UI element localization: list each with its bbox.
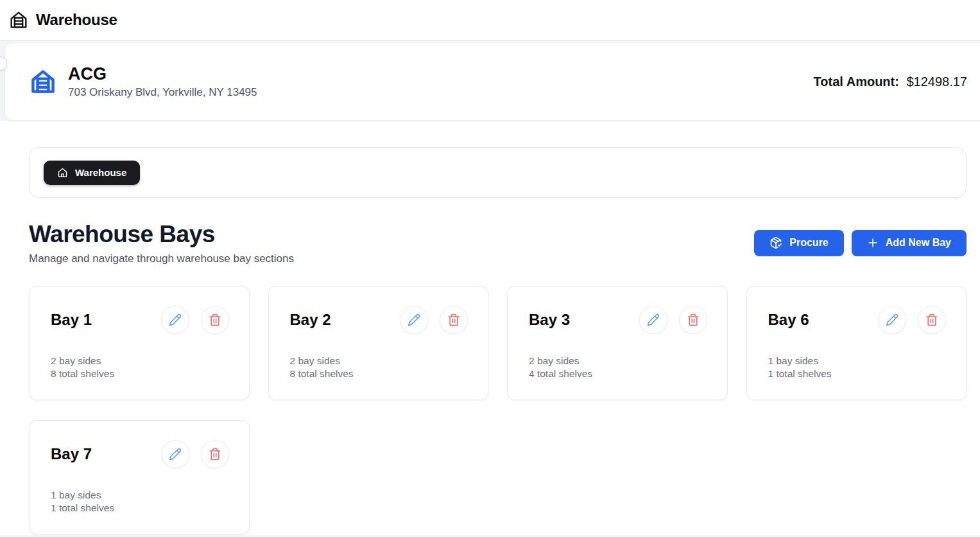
- edit-bay-button[interactable]: [878, 306, 906, 334]
- pencil-icon: [886, 313, 898, 326]
- bay-stats: 1 bay sides 1 total shelves: [51, 489, 229, 515]
- procure-button[interactable]: Procure: [754, 230, 843, 256]
- bay-stats: 2 bay sides 4 total shelves: [529, 355, 707, 380]
- delete-bay-button[interactable]: [440, 306, 468, 334]
- pencil-icon: [169, 448, 182, 461]
- tab-warehouse-label: Warehouse: [75, 167, 126, 178]
- bay-card[interactable]: Bay 2: [268, 286, 489, 400]
- delete-bay-button[interactable]: [679, 306, 707, 334]
- bay-card[interactable]: Bay 3: [507, 286, 728, 400]
- total-amount-label: Total Amount:: [814, 75, 899, 89]
- edit-bay-button[interactable]: [161, 306, 189, 334]
- bay-stats: 1 bay sides 1 total shelves: [768, 355, 947, 380]
- facility-header: ACG 703 Oriskany Blvd, Yorkville, NY 134…: [0, 40, 980, 121]
- bay-title: Bay 6: [768, 311, 809, 329]
- bay-card[interactable]: Bay 1: [29, 286, 250, 400]
- bay-stats: 2 bay sides 8 total shelves: [290, 355, 469, 380]
- section-nav: Warehouse: [29, 147, 967, 198]
- trash-icon: [209, 448, 221, 461]
- bay-card[interactable]: Bay 7: [29, 420, 250, 534]
- bay-shelves-text: 8 total shelves: [290, 367, 469, 380]
- section-header: Warehouse Bays Manage and navigate throu…: [29, 221, 967, 265]
- pencil-icon: [169, 313, 182, 326]
- page-subtitle: Manage and navigate through warehouse ba…: [29, 252, 294, 265]
- package-check-icon: [769, 236, 782, 249]
- bay-grid: Bay 1: [29, 286, 967, 534]
- bay-sides-text: 2 bay sides: [51, 355, 229, 367]
- bay-shelves-text: 8 total shelves: [51, 367, 229, 380]
- facility-warehouse-icon: [29, 67, 57, 96]
- trash-icon: [925, 313, 938, 326]
- facility-card: ACG 703 Oriskany Blvd, Yorkville, NY 134…: [5, 43, 980, 121]
- trash-icon: [687, 313, 700, 326]
- edit-bay-button[interactable]: [639, 306, 667, 334]
- plus-icon: [867, 237, 879, 249]
- facility-address: 703 Oriskany Blvd, Yorkville, NY 13495: [68, 86, 257, 99]
- bay-sides-text: 1 bay sides: [768, 355, 947, 367]
- home-icon: [57, 167, 68, 178]
- bay-stats: 2 bay sides 8 total shelves: [51, 355, 229, 380]
- main-content: Warehouse Warehouse Bays Manage and navi…: [0, 121, 980, 535]
- add-new-bay-button-label: Add New Bay: [886, 237, 951, 249]
- bay-sides-text: 2 bay sides: [529, 355, 707, 367]
- trash-icon: [447, 313, 460, 326]
- page-title: Warehouse Bays: [29, 221, 294, 249]
- bay-title: Bay 1: [51, 311, 92, 329]
- edit-bay-button[interactable]: [400, 306, 428, 334]
- topbar: Warehouse: [0, 0, 980, 40]
- bay-sides-text: 1 bay sides: [51, 489, 229, 502]
- pencil-icon: [408, 313, 420, 326]
- bay-title: Bay 7: [51, 445, 92, 463]
- app-title: Warehouse: [36, 11, 117, 29]
- delete-bay-button[interactable]: [201, 306, 229, 334]
- total-amount-value: $12498.17: [906, 75, 967, 89]
- delete-bay-button[interactable]: [201, 440, 229, 468]
- bay-title: Bay 2: [290, 311, 331, 329]
- bay-title: Bay 3: [529, 311, 570, 329]
- bay-shelves-text: 1 total shelves: [768, 367, 947, 380]
- bay-shelves-text: 4 total shelves: [529, 367, 707, 380]
- bay-shelves-text: 1 total shelves: [51, 502, 229, 515]
- delete-bay-button[interactable]: [918, 306, 946, 334]
- pencil-icon: [647, 313, 660, 326]
- bay-sides-text: 2 bay sides: [290, 355, 469, 367]
- trash-icon: [209, 313, 221, 326]
- warehouse-icon: [8, 10, 29, 30]
- facility-name: ACG: [68, 64, 257, 84]
- total-amount: Total Amount: $12498.17: [814, 75, 967, 89]
- edit-bay-button[interactable]: [161, 440, 189, 468]
- procure-button-label: Procure: [789, 237, 828, 249]
- tab-warehouse[interactable]: Warehouse: [44, 161, 140, 185]
- add-new-bay-button[interactable]: Add New Bay: [852, 230, 967, 256]
- bay-card[interactable]: Bay 6: [746, 286, 967, 400]
